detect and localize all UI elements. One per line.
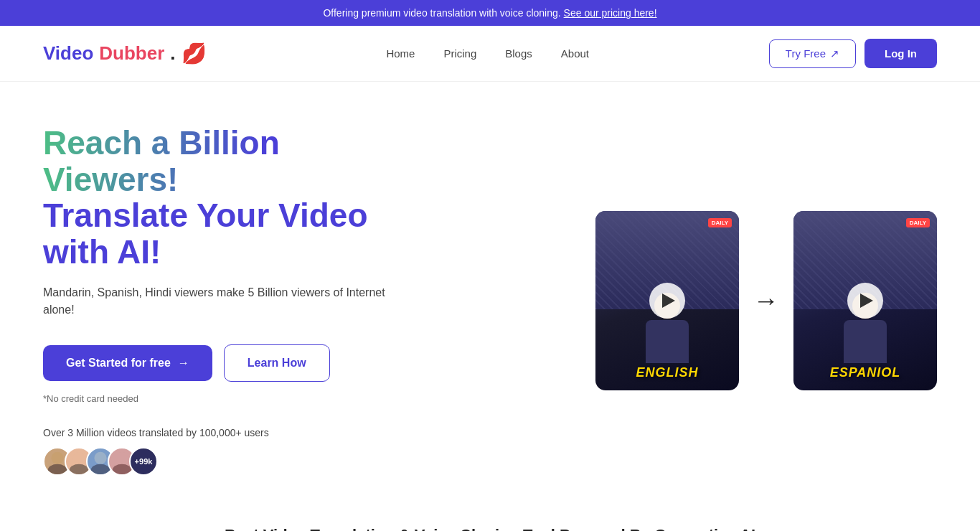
logo-video: Video [43,42,93,65]
svg-point-6 [116,452,128,464]
nav-link-home[interactable]: Home [386,47,415,60]
logo[interactable]: VideoDubber. 💋 [43,42,207,65]
user-count-text: Over 3 Million videos translated by 100,… [43,427,416,438]
try-free-button[interactable]: Try Free ↗ [769,39,856,68]
espanol-label: ESPANIOL [830,365,901,380]
svg-point-0 [51,452,63,464]
top-banner: Offering premium video translation with … [0,0,980,26]
play-triangle-icon-2 [860,293,873,308]
svg-point-2 [72,452,85,464]
svg-point-1 [48,464,67,475]
hero-left: Reach a Billion Viewers! Translate Your … [43,125,416,476]
video-panel-espanol: DAILY ESPANIOL [793,211,937,390]
hero-subtext: Mandarin, Spanish, Hindi viewers make 5 … [43,284,416,319]
bottom-headline: Best Video Translation & Voice Cloning T… [43,526,937,531]
bottom-section: Best Video Translation & Voice Cloning T… [0,504,980,531]
play-triangle-icon [662,293,675,308]
login-button[interactable]: Log In [864,39,937,68]
arrow-icon: → [178,357,189,370]
try-free-label: Try Free [786,47,826,60]
user-avatars: +99k [43,447,416,476]
hero-headline-2: Translate Your Video with AI! [43,197,416,270]
navbar: VideoDubber. 💋 Home Pricing Blogs About … [0,26,980,82]
hero-buttons: Get Started for free → Learn How [43,344,416,382]
english-label: ENGLISH [636,365,698,380]
logo-dot: . [170,42,175,65]
transition-arrow: → [753,286,779,316]
nav-right: Try Free ↗ Log In [769,39,937,68]
hero-section: Reach a Billion Viewers! Translate Your … [0,82,980,504]
nav-links: Home Pricing Blogs About [386,47,589,60]
svg-point-5 [91,464,110,475]
get-started-label: Get Started for free [66,357,171,370]
svg-point-3 [70,464,89,475]
nav-link-about[interactable]: About [561,47,589,60]
banner-text: Offering premium video translation with … [323,7,560,19]
play-button-english[interactable] [649,283,685,319]
hero-headline-1: Reach a Billion Viewers! [43,125,416,197]
hero-right: DAILY ENGLISH → DAILY ESPANIOL [595,211,937,390]
nav-link-pricing[interactable]: Pricing [443,47,476,60]
no-credit-text: *No credit card needed [43,393,416,404]
video-panel-english: DAILY ENGLISH [595,211,739,390]
nav-item-blogs[interactable]: Blogs [505,47,532,60]
nav-item-about[interactable]: About [561,47,589,60]
nav-item-pricing[interactable]: Pricing [443,47,476,60]
banner-link[interactable]: See our pricing here! [564,7,657,19]
logo-dubber: Dubber [99,42,164,65]
svg-point-4 [94,452,106,464]
learn-how-button[interactable]: Learn How [224,344,330,382]
get-started-button[interactable]: Get Started for free → [43,345,212,381]
play-button-espanol[interactable] [847,283,883,319]
nav-link-blogs[interactable]: Blogs [505,47,532,60]
external-link-icon: ↗ [830,47,839,60]
avatar-plus: +99k [129,447,158,476]
svg-point-7 [113,464,132,475]
nav-item-home[interactable]: Home [386,47,415,60]
user-plus-label: +99k [135,457,153,466]
lips-icon: 💋 [182,42,207,65]
daily-badge-espanol: DAILY [906,218,930,227]
daily-badge-english: DAILY [708,218,732,227]
